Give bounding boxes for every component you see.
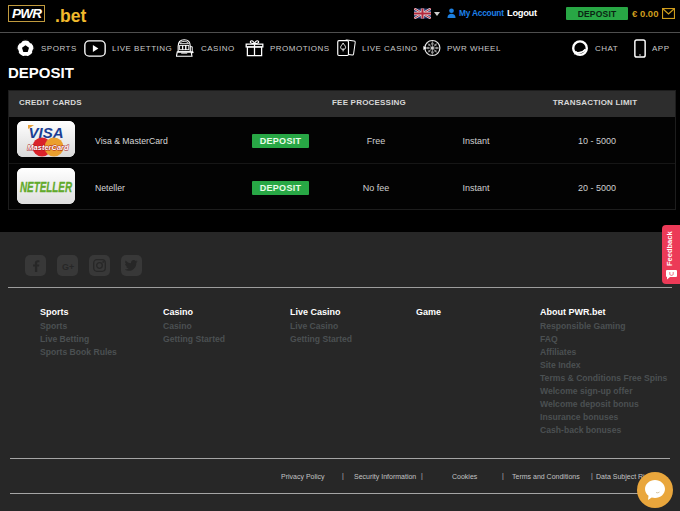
svg-text:MasterCard: MasterCard	[27, 143, 69, 152]
svg-text:G+: G+	[62, 261, 74, 271]
svg-text:NETELLER: NETELLER	[20, 179, 73, 195]
